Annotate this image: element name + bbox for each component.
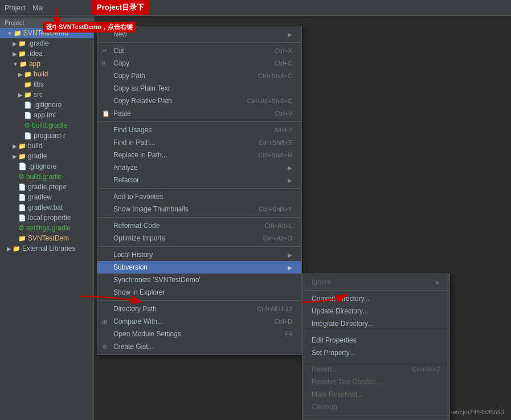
svn-item-cleanup[interactable]: Cleanup (302, 401, 449, 413)
file-icon: 📄 (18, 204, 26, 211)
paste-icon: 📋 (102, 110, 110, 117)
tree-label: .gitignore (34, 101, 62, 109)
tree-item-proguard[interactable]: 📄 proguard-r (0, 131, 93, 141)
context-menu: New ▶ ✂ Cut Ctrl+X ⎘ Copy Ctrl+C Copy Pa… (97, 26, 302, 355)
tree-item-external-libs[interactable]: ▶ 📁 External Libraries (0, 243, 93, 254)
svn-item-ignore[interactable]: Ignore ▶ (302, 276, 449, 288)
tree-item-gradlew[interactable]: 📄 gradlew (0, 192, 93, 202)
menu-item-local-history[interactable]: Local History ▶ (97, 248, 301, 261)
shortcut: Ctrl+Alt+Z (412, 366, 440, 373)
svn-item-edit-props[interactable]: Edit Properties (302, 334, 449, 346)
folder-icon: 📁 (13, 245, 21, 252)
submenu-arrow-icon: ▶ (288, 165, 292, 171)
tree-item-gradle-folder[interactable]: ▶ 📁 gradle (0, 151, 93, 161)
tree-label: app.iml (34, 111, 56, 119)
svn-item-show-current-rev[interactable]: Show Current Revision (302, 417, 449, 420)
expand-arrow: ▶ (13, 40, 17, 47)
menu-item-replace-in-path[interactable]: Replace in Path... Ctrl+Shift+R (97, 149, 301, 161)
submenu-arrow-icon: ▶ (288, 177, 292, 184)
menu-item-find-usages[interactable]: Find Usages Alt+F7 (97, 124, 301, 136)
svn-item-set-property[interactable]: Set Property... (302, 346, 449, 359)
tree-item-src[interactable]: ▶ 📁 src (0, 89, 93, 100)
svn-item-resolve-text[interactable]: Resolve Text Conflict... (302, 376, 449, 388)
shortcut: Ctrl+V (275, 110, 292, 117)
folder-icon: 📁 (24, 91, 32, 99)
shortcut: Ctrl+Alt+Shift+C (247, 97, 292, 104)
submenu-arrow-icon: ▶ (288, 264, 292, 271)
folder-icon: 📁 (24, 71, 32, 78)
tree-item-app[interactable]: ▼ 📁 app (0, 59, 93, 69)
menu-label: Local History (113, 251, 153, 259)
tree-item-gitignore-root[interactable]: 📄 .gitignore (0, 161, 93, 172)
tree-item-idea[interactable]: ▶ 📁 .idea (0, 48, 93, 59)
svn-separator (302, 290, 449, 291)
svn-item-update-dir[interactable]: Update Directory... (302, 305, 449, 317)
tree-label: External Libraries (22, 244, 75, 252)
tree-item-gitignore-app[interactable]: 📄 .gitignore (0, 100, 93, 110)
menu-item-analyze[interactable]: Analyze ▶ (97, 161, 301, 174)
shortcut: Ctrl+Shift+R (258, 152, 292, 158)
menu-label: Compare With... (113, 317, 163, 325)
menu-item-copy-path[interactable]: Copy Path Ctrl+Shift+C (97, 70, 301, 82)
tree-label: build (28, 142, 42, 150)
git-icon: 📄 (18, 162, 27, 170)
menu-item-open-module-settings[interactable]: Open Module Settings F4 (97, 328, 301, 340)
menu-item-reformat[interactable]: Reformat Code Ctrl+Alt+L (97, 219, 301, 232)
svn-separator (302, 415, 449, 415)
tree-item-settings-gradle[interactable]: ⚙ settings.gradle (0, 223, 93, 233)
project-label: Project (5, 4, 26, 12)
tree-label: .gradle (28, 39, 49, 47)
menu-item-copy-plain[interactable]: Copy as Plain Text (97, 82, 301, 95)
tree-item-svntestdemo-sub[interactable]: 📁 SVNTestDem (0, 233, 93, 243)
menu-item-compare-with[interactable]: ⊞ Compare With... Ctrl+D (97, 315, 301, 328)
menu-item-refactor[interactable]: Refactor ▶ (97, 174, 301, 186)
menu-label: Paste (113, 109, 131, 117)
svn-label: Edit Properties (312, 336, 357, 344)
menu-item-create-gist[interactable]: ⊙ Create Gist... (97, 340, 301, 353)
menu-item-optimize-imports[interactable]: Optimize Imports Ctrl+Alt+O (97, 232, 301, 244)
folder-icon: 📁 (14, 30, 22, 37)
shortcut: Ctrl+Shift+T (259, 206, 292, 213)
tree-label: local.propertie (28, 214, 71, 222)
svn-item-integrate-dir[interactable]: Integrate Directory... (302, 317, 449, 330)
menu-item-subversion[interactable]: Subversion ▶ (97, 261, 301, 274)
menu-item-show-in-explorer[interactable]: Show in Explorer (97, 286, 301, 299)
expand-arrow: ▶ (18, 92, 23, 98)
compare-icon: ⊞ (102, 318, 107, 325)
tree-header-label: Project (5, 19, 24, 26)
file-icon: 📄 (18, 194, 26, 201)
cut-icon: ✂ (102, 47, 107, 55)
tree-item-gradle[interactable]: ▶ 📁 .gradle (0, 38, 93, 48)
menu-label: Refactor (113, 176, 139, 184)
menu-item-copy-relative[interactable]: Copy Relative Path Ctrl+Alt+Shift+C (97, 95, 301, 107)
menu-item-add-favorites[interactable]: Add to Favorites (97, 190, 301, 203)
expand-arrow: ▶ (13, 51, 17, 57)
svn-item-mark-resolved[interactable]: Mark Resolved... (302, 388, 449, 401)
menu-item-show-thumbnails[interactable]: Show Image Thumbnails Ctrl+Shift+T (97, 203, 301, 215)
tree-item-app-iml[interactable]: 📄 app.iml (0, 110, 93, 120)
menu-label: Find Usages (113, 126, 152, 134)
folder-icon: 📁 (18, 40, 26, 47)
tree-item-build[interactable]: ▶ 📁 build (0, 141, 93, 151)
tree-item-build-gradle-app[interactable]: ⚙ build.gradle (0, 120, 93, 131)
tree-item-local-properties[interactable]: 📄 local.propertie (0, 213, 93, 223)
tree-item-build-gradle-root[interactable]: ⚙ build.gradle (0, 172, 93, 182)
svn-label: Mark Resolved... (312, 390, 363, 398)
svn-item-commit-dir[interactable]: Commit Directory... (302, 292, 449, 305)
menu-label: Replace in Path... (113, 151, 167, 159)
svn-label: Update Directory... (312, 307, 368, 315)
gradle-icon: ⚙ (24, 121, 30, 129)
tree-item-gradle-properties[interactable]: 📄 gradle.prope (0, 182, 93, 192)
top-bar: Project Mai (0, 0, 511, 16)
folder-icon: 📁 (18, 142, 26, 150)
tree-item-build-inner[interactable]: ▶ 📁 build (0, 69, 93, 79)
menu-item-directory-path[interactable]: Directory Path Ctrl+Alt+F12 (97, 303, 301, 315)
menu-item-copy[interactable]: ⎘ Copy Ctrl+C (97, 57, 301, 70)
tree-item-gradlew-bat[interactable]: 📄 gradlew.bat (0, 202, 93, 213)
menu-item-find-in-path[interactable]: Find in Path... Ctrl+Shift+F (97, 136, 301, 149)
menu-item-cut[interactable]: ✂ Cut Ctrl+X (97, 44, 301, 57)
tree-item-libs[interactable]: 📁 libs (0, 79, 93, 89)
svn-item-revert[interactable]: Revert... Ctrl+Alt+Z (302, 363, 449, 376)
menu-item-paste[interactable]: 📋 Paste Ctrl+V (97, 107, 301, 120)
menu-item-synchronize[interactable]: Synchronize 'SVNTestDemo' (97, 274, 301, 286)
